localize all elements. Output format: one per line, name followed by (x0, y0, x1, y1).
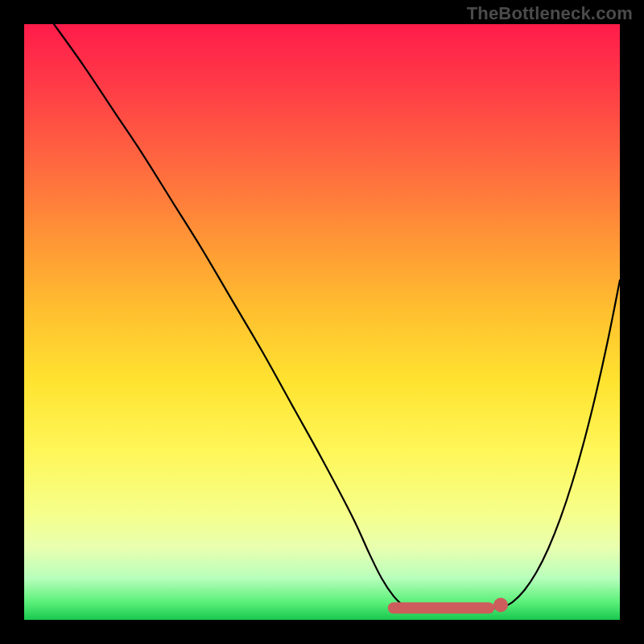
right-curve (501, 280, 620, 608)
left-curve (54, 24, 406, 608)
chart-stage: TheBottleneck.com (0, 0, 644, 644)
plot-area (24, 24, 620, 620)
curve-layer (24, 24, 620, 620)
accent-dot (493, 598, 508, 613)
watermark-text: TheBottleneck.com (467, 3, 633, 24)
